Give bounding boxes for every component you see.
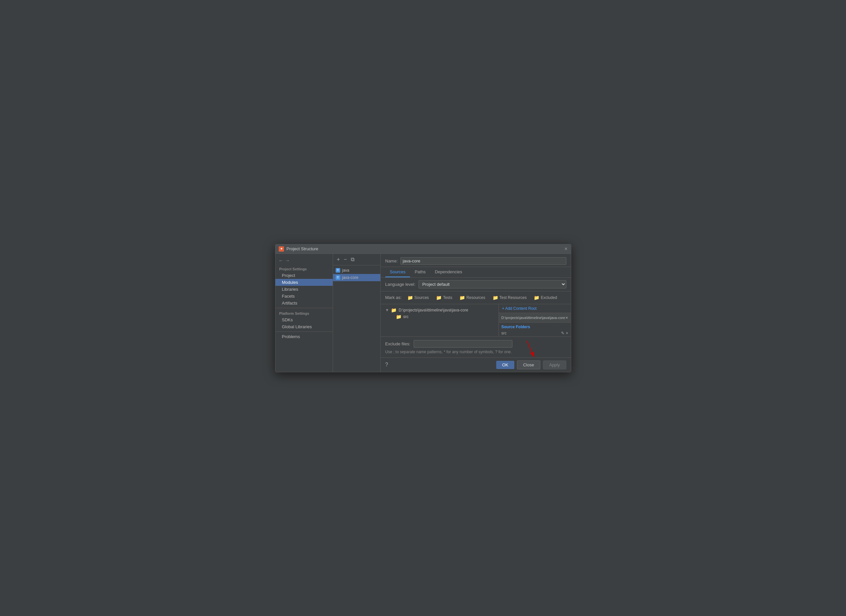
content-area: ▼ 📁 D:\projects\java\ittimeline\java\jav… xyxy=(381,304,571,336)
remove-src-button[interactable]: × xyxy=(565,331,568,336)
name-input[interactable] xyxy=(401,257,566,265)
title-bar: ✦ Project Structure × xyxy=(275,244,571,254)
language-level-select[interactable]: Project default xyxy=(419,280,566,289)
mark-resources-button[interactable]: 📁 Resources xyxy=(457,294,488,301)
src-actions: ✎ × xyxy=(561,331,568,336)
project-settings-label: Project Settings xyxy=(275,265,333,272)
mark-excluded-button[interactable]: 📁 Excluded xyxy=(531,294,560,301)
tree-root-path: D:\projects\java\ittimeline\java\java-co… xyxy=(398,308,468,312)
folder-sources-icon: 📁 xyxy=(407,295,413,300)
info-path-row: D:\projects\java\ittimeline\java\java-co… xyxy=(499,313,571,323)
platform-settings-label: Platform Settings xyxy=(275,309,333,316)
tree-child-icon: 📁 xyxy=(396,314,401,319)
apply-button[interactable]: Apply xyxy=(543,361,566,369)
app-icon: ✦ xyxy=(279,246,284,252)
tabs-row: Sources Paths Dependencies xyxy=(381,267,571,277)
sidebar-item-artifacts[interactable]: Artifacts xyxy=(275,300,333,307)
add-content-root-label: + Add Content Root xyxy=(502,306,537,311)
folder-resources-icon: 📁 xyxy=(459,295,465,300)
module-icon: ☰ xyxy=(336,268,340,273)
sidebar-item-libraries[interactable]: Libraries xyxy=(275,286,333,293)
edit-src-button[interactable]: ✎ xyxy=(561,331,564,336)
sidebar-item-sdks[interactable]: SDKs xyxy=(275,316,333,323)
src-item-text: src xyxy=(501,331,507,336)
tree-child-item[interactable]: 📁 src xyxy=(385,314,494,320)
mark-as-row: Mark as: 📁 Sources 📁 Tests 📁 Resources 📁… xyxy=(381,291,571,304)
close-button[interactable]: Close xyxy=(517,361,540,369)
folder-test-resources-icon: 📁 xyxy=(493,295,498,300)
mark-sources-button[interactable]: 📁 Sources xyxy=(405,294,431,301)
mark-resources-label: Resources xyxy=(466,295,485,300)
mark-excluded-label: Excluded xyxy=(540,295,557,300)
folder-excluded-icon: 📁 xyxy=(534,295,539,300)
module-icon-selected: ☰ xyxy=(336,275,340,280)
info-path-text: D:\projects\java\ittimeline\java\java-co… xyxy=(501,316,565,320)
sidebar-divider2 xyxy=(275,331,333,332)
tree-area: ▼ 📁 D:\projects\java\ittimeline\java\jav… xyxy=(381,304,498,336)
module-label-selected: java-core xyxy=(342,275,358,280)
module-item-java-core[interactable]: ☰ java-core xyxy=(333,274,380,281)
module-label: java xyxy=(342,268,350,273)
module-list: ☰ java ☰ java-core xyxy=(333,265,380,283)
footer: ? OK Close Apply xyxy=(381,358,571,372)
exclude-row: Exclude files: xyxy=(385,340,566,348)
language-level-label: Language level: xyxy=(385,282,416,287)
exclude-input[interactable] xyxy=(414,340,513,348)
mark-test-resources-button[interactable]: 📁 Test Resources xyxy=(490,294,529,301)
bottom-area: Exclude files: Use ; to separate name pa… xyxy=(381,336,571,358)
tab-paths[interactable]: Paths xyxy=(410,267,430,277)
project-structure-dialog: ✦ Project Structure × ← → Project Settin… xyxy=(275,244,571,372)
mark-tests-button[interactable]: 📁 Tests xyxy=(433,294,455,301)
dialog-title: Project Structure xyxy=(286,246,319,251)
footer-right: OK Close Apply xyxy=(496,361,566,369)
lang-row: Language level: Project default xyxy=(381,277,571,291)
middle-toolbar: + − ⧉ xyxy=(333,254,380,265)
mark-test-resources-label: Test Resources xyxy=(499,295,527,300)
exclude-hint: Use ; to separate name patterns, * for a… xyxy=(385,350,566,354)
ok-button[interactable]: OK xyxy=(496,361,514,369)
info-close-button[interactable]: × xyxy=(565,315,568,320)
mark-tests-label: Tests xyxy=(443,295,452,300)
sidebar-item-problems[interactable]: Problems xyxy=(275,333,333,340)
help-icon[interactable]: ? xyxy=(385,362,388,368)
tree-folder-icon: 📁 xyxy=(391,308,397,313)
close-icon[interactable]: × xyxy=(564,246,567,252)
exclude-label: Exclude files: xyxy=(385,342,411,346)
sidebar-item-modules[interactable]: Modules xyxy=(275,279,333,286)
add-content-root-button[interactable]: + Add Content Root xyxy=(499,304,571,313)
tree-chevron: ▼ xyxy=(385,308,389,312)
sidebar-item-global-libraries[interactable]: Global Libraries xyxy=(275,323,333,330)
copy-module-button[interactable]: ⧉ xyxy=(350,256,356,263)
back-arrow[interactable]: ← xyxy=(279,258,283,263)
info-src-row: src ✎ × xyxy=(499,330,571,336)
forward-arrow[interactable]: → xyxy=(285,258,290,263)
sidebar: ← → Project Settings Project Modules Lib… xyxy=(275,254,333,372)
module-item-java[interactable]: ☰ java xyxy=(333,267,380,274)
tab-sources[interactable]: Sources xyxy=(385,267,410,277)
tab-dependencies[interactable]: Dependencies xyxy=(430,267,467,277)
dialog-body: ← → Project Settings Project Modules Lib… xyxy=(275,254,571,372)
name-label: Name: xyxy=(385,258,398,263)
title-bar-left: ✦ Project Structure xyxy=(279,246,319,252)
name-row: Name: xyxy=(381,254,571,267)
add-module-button[interactable]: + xyxy=(336,256,341,263)
remove-module-button[interactable]: − xyxy=(342,256,348,263)
sidebar-item-project[interactable]: Project xyxy=(275,272,333,279)
folder-tests-icon: 📁 xyxy=(436,295,442,300)
mark-as-label: Mark as: xyxy=(385,295,402,300)
tree-child-label: src xyxy=(404,314,409,319)
mark-sources-label: Sources xyxy=(414,295,429,300)
sidebar-item-facets[interactable]: Facets xyxy=(275,293,333,300)
main-panel: Name: Sources Paths Dependencies Languag… xyxy=(381,254,571,372)
info-panel: + Add Content Root D:\projects\java\itti… xyxy=(498,304,571,336)
tree-root-item[interactable]: ▼ 📁 D:\projects\java\ittimeline\java\jav… xyxy=(385,307,494,314)
nav-row: ← → xyxy=(275,257,333,265)
middle-panel: + − ⧉ ☰ java ☰ java-core xyxy=(333,254,381,372)
source-folders-label: Source Folders xyxy=(499,323,571,330)
